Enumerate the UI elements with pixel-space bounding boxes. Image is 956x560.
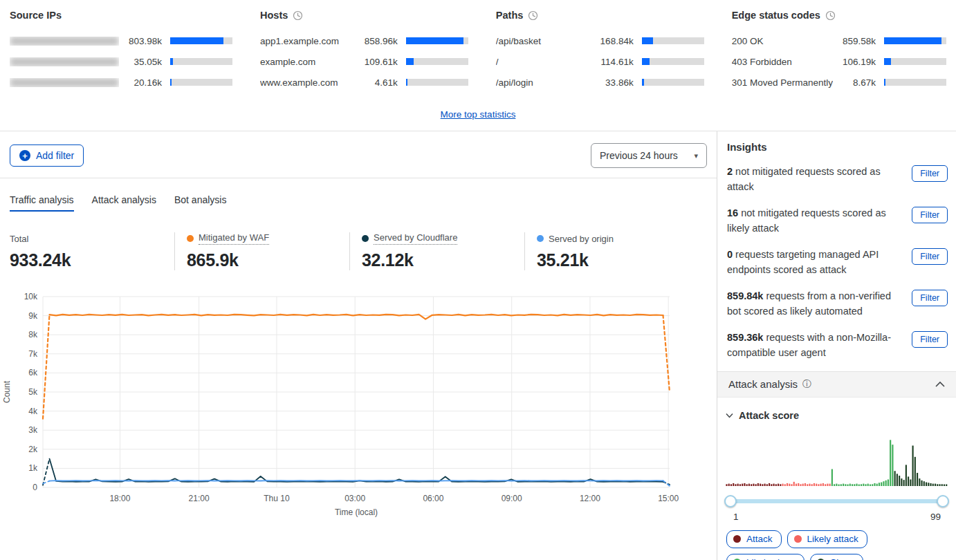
top-stat-row-bar: [406, 79, 468, 86]
summary-stat[interactable]: Mitigated by WAF865.9k: [174, 232, 349, 270]
summary-stat-value: 35.21k: [537, 250, 690, 270]
top-stat-row-bar-fill: [406, 79, 407, 86]
legend-pill-likely-clean[interactable]: Likely clean: [726, 554, 805, 560]
insight-text: 2 not mitigated requests scored as attac…: [727, 164, 905, 195]
insight-text: 16 not mitigated requests scored as like…: [727, 205, 905, 236]
slider-handle-min[interactable]: [724, 495, 737, 507]
legend-pill-attack[interactable]: Attack: [726, 530, 782, 548]
more-top-statistics-link[interactable]: More top statistics: [441, 109, 516, 120]
insight-filter-button[interactable]: Filter: [912, 207, 948, 223]
histogram-bar: [923, 481, 925, 486]
top-stat-row-value: 858.96k: [355, 36, 398, 46]
top-stat-row-label: example.com: [260, 57, 355, 67]
attack-score-range-slider[interactable]: [724, 495, 949, 507]
insight-item: 859.84k requests from a non-verified bot…: [727, 288, 948, 319]
svg-text:03:00: 03:00: [344, 494, 365, 503]
top-stat-row-bar-fill: [642, 79, 644, 86]
top-stat-row[interactable]: /114.61k: [496, 51, 704, 72]
slider-max-value: 99: [930, 512, 941, 522]
insight-item: 0 requests targeting managed API endpoin…: [727, 247, 948, 278]
summary-stat[interactable]: Total933.24k: [10, 232, 174, 270]
top-stat-row-bar: [884, 37, 946, 44]
top-stat-row[interactable]: www.example.com4.61k: [260, 72, 468, 93]
top-stat-row[interactable]: 200 OK859.58k: [732, 30, 946, 51]
add-filter-button[interactable]: + Add filter: [10, 144, 84, 167]
blurred-source-ip: [10, 37, 119, 46]
attack-score-histogram-chart: [726, 438, 948, 486]
insight-filter-button[interactable]: Filter: [912, 248, 948, 265]
y-axis-label: Count: [2, 380, 12, 403]
top-stat-row[interactable]: 803.98k: [10, 30, 232, 51]
insight-item: 16 not mitigated requests scored as like…: [727, 205, 948, 236]
legend-color-dot: [794, 535, 802, 543]
svg-text:4k: 4k: [28, 407, 38, 416]
summary-stat-label-text: Served by origin: [549, 234, 614, 244]
top-stat-row-label: /api/basket: [496, 36, 591, 46]
top-stat-row-bar-fill: [406, 37, 463, 44]
top-stat-row-label: app1.example.com: [260, 36, 355, 46]
clock-icon[interactable]: [293, 10, 303, 21]
tab-bot-analysis[interactable]: Bot analysis: [174, 194, 226, 212]
series-line-served-by-cloudflare: [50, 459, 663, 482]
histogram-bar: [921, 480, 922, 486]
top-stat-row[interactable]: /api/login33.86k: [496, 72, 704, 93]
attack-analysis-title: Attack analysis: [728, 378, 798, 390]
traffic-line-chart: 01k2k3k4k5k6k7k8k9k10k18:0021:00Thu 1003…: [0, 281, 699, 529]
histogram-bar: [847, 484, 848, 486]
insight-filter-button[interactable]: Filter: [912, 290, 948, 306]
chevron-up-icon[interactable]: [935, 381, 945, 387]
histogram-bar: [917, 473, 918, 486]
insight-filter-button[interactable]: Filter: [912, 331, 948, 348]
clock-icon[interactable]: [528, 10, 538, 21]
summary-stat[interactable]: Served by Cloudflare32.12k: [349, 232, 524, 270]
top-stat-column-title-text: Source IPs: [10, 10, 62, 21]
legend-pill-label: Clean: [830, 557, 854, 560]
traffic-chart: 01k2k3k4k5k6k7k8k9k10k18:0021:00Thu 1003…: [0, 281, 717, 532]
top-stat-row[interactable]: 35.05k: [10, 51, 232, 72]
top-stat-row-value: 106.19k: [833, 57, 876, 67]
time-range-select[interactable]: Previous 24 hours ▾: [591, 143, 707, 168]
legend-pill-label: Attack: [746, 534, 773, 544]
svg-text:18:00: 18:00: [109, 494, 130, 503]
tab-attack-analysis[interactable]: Attack analysis: [92, 194, 156, 212]
clock-icon[interactable]: [825, 10, 836, 21]
insight-filter-button[interactable]: Filter: [912, 165, 948, 182]
top-stat-row[interactable]: example.com109.61k: [260, 51, 468, 72]
attack-score-toggle[interactable]: Attack score: [717, 398, 956, 421]
svg-text:06:00: 06:00: [423, 494, 443, 503]
top-stat-row[interactable]: 20.16k: [10, 72, 232, 93]
histogram-bar: [771, 484, 772, 486]
svg-text:15:00: 15:00: [658, 494, 679, 503]
slider-track[interactable]: [730, 499, 944, 503]
top-stat-row-value: 859.58k: [833, 36, 876, 46]
histogram-bar: [834, 484, 835, 486]
top-stat-row[interactable]: 301 Moved Permanently8.67k: [732, 72, 946, 93]
top-stat-column-title-text: Edge status codes: [732, 10, 820, 21]
histogram-bar: [751, 484, 752, 486]
summary-stat[interactable]: Served by origin35.21k: [524, 232, 699, 270]
top-stat-row[interactable]: app1.example.com858.96k: [260, 30, 468, 51]
insight-text: 859.84k requests from a non-verified bot…: [727, 288, 905, 319]
histogram-bar: [748, 483, 750, 485]
histogram-bar: [831, 469, 833, 485]
histogram-bar: [885, 480, 887, 486]
histogram-bar: [762, 484, 763, 486]
series-color-dot: [362, 235, 369, 242]
top-stat-row-bar: [884, 58, 946, 65]
svg-text:5k: 5k: [28, 387, 38, 397]
legend-pill-clean[interactable]: Clean: [810, 554, 863, 560]
top-stat-row-bar-fill: [642, 37, 653, 44]
time-range-value: Previous 24 hours: [600, 150, 678, 161]
top-stat-row-bar: [884, 79, 946, 86]
top-stat-row-value: 168.84k: [591, 36, 634, 46]
top-stat-column-title: Source IPs: [10, 10, 232, 21]
tab-traffic-analysis[interactable]: Traffic analysis: [10, 194, 74, 212]
histogram-bar: [813, 483, 815, 486]
top-stat-row[interactable]: /api/basket168.84k: [496, 30, 704, 51]
histogram-bar: [730, 484, 732, 486]
top-stat-row[interactable]: 403 Forbidden106.19k: [732, 51, 946, 72]
legend-pill-likely-attack[interactable]: Likely attack: [787, 530, 867, 548]
histogram-bar: [796, 483, 797, 485]
attack-analysis-header[interactable]: Attack analysis ⓘ: [717, 371, 956, 398]
slider-handle-max[interactable]: [937, 495, 949, 507]
